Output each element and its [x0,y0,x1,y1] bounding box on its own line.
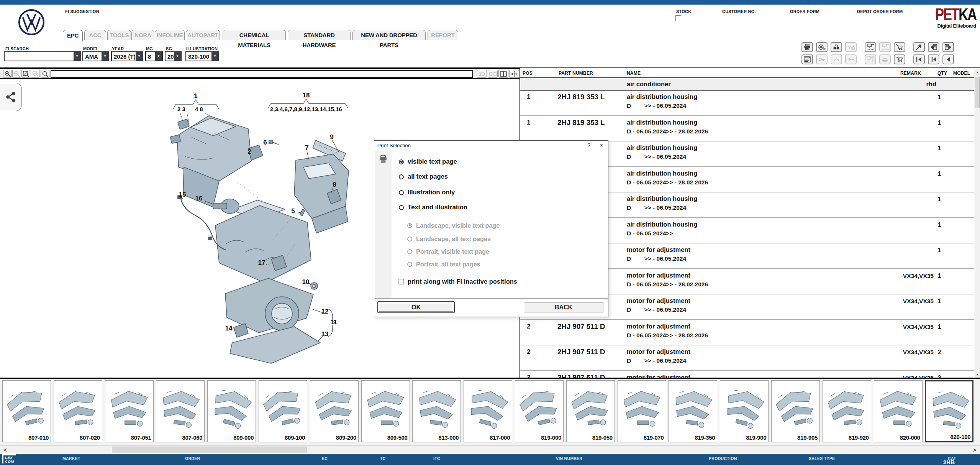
pin-button[interactable] [913,42,925,52]
tab-epc[interactable]: EPC [63,30,83,41]
customer-no-label: CUSTOMER NO. [722,9,756,14]
filmstrip-item-807-051[interactable]: 807-051 [105,380,154,442]
filmstrip-item-819-350[interactable]: 819-350 [669,380,717,442]
filmstrip-item-807-020[interactable]: 807-020 [54,380,102,442]
filmstrip-item-809-500[interactable]: 809-500 [361,380,410,442]
cart-button[interactable] [894,54,905,64]
dialog-checkbox-row[interactable]: print along with FI inactive positions [398,277,517,286]
row-validity: D - 06.05.2024>> - 28.02.2026 [627,281,708,288]
table-row[interactable]: 22HJ 907 511 Dmotor for adjustmentD >> -… [520,345,974,371]
row-part-number: 2HJ 907 511 D [557,322,605,331]
filmstrip-item-819-050[interactable]: 819-050 [566,380,615,442]
model-combo[interactable]: AMA ▼ [82,51,109,61]
search-illustration-button[interactable] [41,70,49,78]
first-page-button[interactable] [913,54,925,64]
tab-new-and-dropped-parts[interactable]: NEW AND DROPPED PARTS [352,30,426,40]
row-name: air distribution housing [627,195,697,202]
previous-document-button[interactable] [928,42,939,52]
filmstrip-item-809-100[interactable]: 809-100 [259,380,307,442]
tab-chemical-materials[interactable]: CHEMICAL MATERIALS [223,30,286,40]
filmstrip-item-809-000[interactable]: 809-000 [207,380,256,442]
horizontal-scroll-thumb[interactable] [112,447,306,453]
table-row[interactable]: 12HJ 819 353 Lair distribution housingD … [520,116,974,141]
radio-landscape-all-text-pages: Landscape, all text pages [407,235,491,243]
chevron-down-icon[interactable]: ▼ [211,52,218,61]
radio-icon[interactable] [399,174,404,179]
mg-combo[interactable]: 8 ▼ [145,51,163,61]
tab-standard-hardware[interactable]: STANDARD HARDWARE [288,30,351,40]
radio-icon[interactable] [399,205,404,210]
filmstrip-item-819-905[interactable]: 819-905 [771,380,820,442]
table-vertical-scrollbar[interactable]: ▲ ▼ [974,69,980,378]
filmstrip-item-819-070[interactable]: 819-070 [618,380,666,442]
fi-inactive-checkbox[interactable] [398,279,404,284]
year-combo[interactable]: 2026 (T) ▼ [111,51,143,61]
status-field-sales-type: SALES TYPE [809,456,835,461]
filmstrip-item-label: 813-000 [438,434,459,441]
filmstrip-item-807-060[interactable]: 807-060 [156,380,205,442]
key-icon [818,56,826,63]
filmstrip-item-807-010[interactable]: 807-010 [2,380,51,442]
illustration-combo[interactable]: 820-100 ▼ [185,51,219,61]
scroll-up-button[interactable]: ▲ [974,69,980,75]
scroll-right-button[interactable]: > [971,446,978,454]
lexcom-logo: LEX COM [2,454,16,463]
ok-button[interactable]: OK [379,303,453,312]
stock-checkbox[interactable] [675,15,681,21]
close-icon[interactable]: × [600,141,603,149]
radio-all-text-pages[interactable]: all text pages [399,173,448,181]
back-button[interactable]: BACK [524,302,603,312]
zoom-in-button[interactable] [3,70,12,78]
resize-pane-button[interactable] [509,70,519,78]
3d-icon: 3D [478,71,486,77]
chevron-down-icon[interactable]: ▼ [174,52,181,61]
filmstrip-item-813-000[interactable]: 813-000 [412,380,461,442]
dialog-help-button[interactable]: ? [587,142,590,148]
search-binoculars-button[interactable] [831,42,842,52]
radio-icon[interactable] [399,159,404,164]
status-field-ec: EC [322,456,328,461]
filmstrip-item-819-000[interactable]: 819-000 [515,380,564,442]
fi-search-combo[interactable]: ▼ [4,51,81,61]
add-to-cart-button[interactable] [894,42,905,52]
back-page-button[interactable] [942,54,954,64]
scroll-left-button[interactable]: < [2,446,9,454]
elsa-button[interactable]: ELSA [865,42,876,52]
nav-first-icon [915,56,923,63]
dialog-title-bar[interactable]: Print Selection ? × [374,141,608,151]
filmstrip-item-819-900[interactable]: 819-900 [720,380,769,442]
filmstrip-item-817-000[interactable]: 817-000 [464,380,512,442]
radio-visible-text-page[interactable]: visible text page [399,158,457,166]
wheel-catalog-button[interactable]: @ [816,42,828,52]
radio-text-and-illustration[interactable]: Text and illustration [399,203,467,212]
filmstrip-item-820-100[interactable]: 820-100 [925,380,973,442]
table-row[interactable]: 12HJ 819 353 Lair distribution housingD … [520,90,974,116]
illustration-search-input[interactable] [51,70,473,78]
list-view-button[interactable] [801,54,813,64]
sg-combo[interactable]: 20 ▼ [165,51,182,61]
chevron-down-icon[interactable]: ▼ [155,52,162,61]
filmstrip-item-819-920[interactable]: 819-920 [823,380,871,442]
print-button[interactable] [801,42,813,52]
filmstrip-item-820-000[interactable]: 820-000 [874,380,923,442]
split-view-button[interactable] [498,70,508,78]
chevron-down-icon[interactable]: ▼ [102,52,108,61]
vertical-scroll-thumb[interactable] [975,77,980,108]
scroll-down-button[interactable]: ▼ [974,371,980,378]
table-row[interactable]: 22HJ 907 511 Dmotor for adjustmentD - 06… [520,320,974,345]
row-name: motor for adjustment [627,348,690,355]
filmstrip-item-809-200[interactable]: 809-200 [310,380,359,442]
chevron-down-icon[interactable]: ▼ [74,52,80,61]
radio-icon[interactable] [399,190,404,195]
radio-illustration-only[interactable]: Illustration only [399,188,455,197]
previous-page-button[interactable] [928,54,939,64]
table-row[interactable]: 22HJ 907 511 Dmotor for adjustmentVX34,V… [520,371,974,378]
chevron-down-icon[interactable]: ▼ [136,52,143,61]
zoom-area-button[interactable] [21,70,30,78]
zoom-100-icon: 100% [31,71,39,77]
top-blue-strip [0,0,980,5]
filmstrip-item-label: 807-060 [182,434,202,441]
next-document-button[interactable] [942,42,954,52]
filmstrip-scrollbar[interactable]: < > [0,445,980,454]
fi-search-input[interactable] [7,53,73,61]
